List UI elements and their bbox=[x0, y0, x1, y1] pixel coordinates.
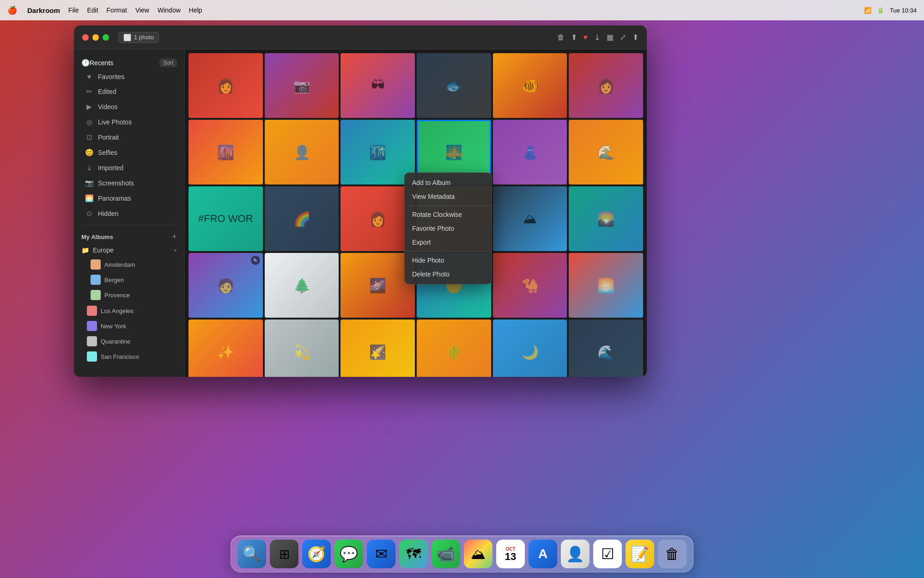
dock-item-reminders[interactable]: ☑ bbox=[593, 540, 622, 568]
sort-button[interactable]: Sort bbox=[159, 59, 177, 67]
photo-inner: 🐪 bbox=[493, 253, 567, 318]
dock-item-maps[interactable]: 🗺 bbox=[399, 540, 428, 568]
context-menu-hide-photo[interactable]: Hide Photo bbox=[405, 253, 492, 267]
photo-cell[interactable]: #FRO WOR bbox=[188, 186, 263, 251]
photo-cell[interactable]: 🌌 bbox=[340, 253, 415, 318]
share-icon[interactable]: ⬆ bbox=[571, 33, 577, 42]
dock-item-calendar[interactable]: OCT 13 bbox=[496, 540, 525, 568]
live-photos-icon: ◎ bbox=[85, 118, 93, 126]
photo-cell[interactable]: 🌙 bbox=[493, 320, 567, 377]
photo-cell[interactable]: 💫 bbox=[265, 320, 339, 377]
menu-view[interactable]: View bbox=[135, 6, 149, 14]
apple-menu[interactable]: 🍎 bbox=[7, 6, 17, 15]
dock-item-facetime[interactable]: 📹 bbox=[432, 540, 460, 568]
sidebar-item-bergen[interactable]: Bergen bbox=[78, 272, 181, 287]
dock-item-messages[interactable]: 💬 bbox=[334, 540, 363, 568]
photo-cell[interactable]: 🌈 bbox=[265, 186, 339, 251]
photo-cell[interactable]: 📷 bbox=[265, 53, 339, 118]
photo-cell[interactable]: 🌅 bbox=[569, 253, 643, 318]
sidebar-item-favorites[interactable]: ♥ Favorites bbox=[78, 69, 181, 84]
dock-item-notes[interactable]: 📝 bbox=[626, 540, 654, 568]
app-name[interactable]: Darkroom bbox=[27, 6, 60, 14]
launchpad-icon: ⊞ bbox=[279, 547, 290, 562]
sidebar-item-imported[interactable]: ⤓ Imported bbox=[78, 160, 181, 175]
photo-cell[interactable]: 🌠 bbox=[340, 320, 415, 377]
favorite-icon[interactable]: ♥ bbox=[584, 33, 588, 42]
sidebar-item-amsterdam[interactable]: Amsterdam bbox=[78, 257, 181, 272]
sidebar-item-los-angeles[interactable]: Los Angeles bbox=[74, 303, 184, 318]
photo-cell[interactable]: 🧑 ✎ bbox=[188, 253, 263, 318]
sidebar-item-panoramas[interactable]: 🌅 Panoramas bbox=[78, 191, 181, 206]
recents-label[interactable]: Recents bbox=[90, 59, 159, 67]
title-bar-actions: 🗑 ⬆ ♥ ⤓ ▦ ⤢ ⬆ bbox=[557, 33, 639, 42]
photo-cell[interactable]: 🐠 bbox=[493, 53, 567, 118]
view-icon[interactable]: ▦ bbox=[607, 33, 614, 42]
imported-label: Imported bbox=[98, 164, 173, 172]
photo-cell[interactable]: 🌊 bbox=[569, 320, 643, 377]
app-window: ⬜ 1 photo 🗑 ⬆ ♥ ⤓ ▦ ⤢ ⬆ 🕐 Recents Sort bbox=[74, 25, 647, 377]
photo-cell[interactable]: 🌃 bbox=[340, 120, 415, 184]
sidebar-item-live-photos[interactable]: ◎ Live Photos bbox=[78, 115, 181, 129]
sidebar-item-provence[interactable]: Provence bbox=[78, 288, 181, 302]
photo-cell[interactable]: ✨ bbox=[188, 320, 263, 377]
sidebar-item-san-francisco[interactable]: San Francisco bbox=[74, 349, 184, 364]
context-menu-favorite-photo[interactable]: Favorite Photo bbox=[405, 221, 492, 235]
dock-item-mail[interactable]: ✉ bbox=[367, 540, 395, 568]
sidebar-item-edited[interactable]: ✏ Edited bbox=[78, 84, 181, 99]
menu-file[interactable]: File bbox=[68, 6, 79, 14]
photo-cell[interactable]: 👩 bbox=[188, 53, 263, 118]
photo-cell[interactable]: 🐪 bbox=[493, 253, 567, 318]
close-button[interactable] bbox=[82, 34, 89, 41]
photo-inner: 👩 bbox=[340, 186, 415, 251]
main-content: 🕐 Recents Sort ♥ Favorites ✏ Edited ▶ Vi… bbox=[74, 49, 647, 377]
photo-cell[interactable]: 👤 bbox=[265, 120, 339, 184]
photo-inner: 🌵 bbox=[417, 320, 491, 377]
dock-item-trash[interactable]: 🗑 bbox=[658, 540, 687, 568]
sidebar-item-screenshots[interactable]: 📷 Screenshots bbox=[78, 176, 181, 191]
sidebar-item-videos[interactable]: ▶ Videos bbox=[78, 99, 181, 114]
photo-cell[interactable]: 🕶 bbox=[340, 53, 415, 118]
menu-help[interactable]: Help bbox=[189, 6, 202, 14]
minimize-button[interactable] bbox=[92, 34, 99, 41]
photo-cell[interactable]: 🌲 bbox=[265, 253, 339, 318]
selfies-label: Selfies bbox=[98, 149, 173, 156]
sidebar-item-hidden[interactable]: ⊙ Hidden bbox=[78, 206, 181, 221]
maximize-button[interactable] bbox=[103, 34, 109, 41]
photo-cell[interactable]: 🌄 bbox=[569, 186, 643, 251]
europe-folder-header[interactable]: 📁 Europe ▾ bbox=[78, 244, 181, 257]
export-icon[interactable]: ⤓ bbox=[594, 33, 600, 42]
sidebar-item-quarantine[interactable]: Quarantine bbox=[74, 334, 184, 349]
favorites-label: Favorites bbox=[98, 73, 173, 80]
sidebar-item-portrait[interactable]: ⊡ Portrait bbox=[78, 130, 181, 145]
context-menu-export[interactable]: Export bbox=[405, 235, 492, 249]
upload-icon[interactable]: ⬆ bbox=[632, 33, 638, 42]
menu-window[interactable]: Window bbox=[158, 6, 181, 14]
sidebar-item-selfies[interactable]: 😊 Selfies bbox=[78, 145, 181, 160]
photo-cell[interactable]: 👩 bbox=[569, 53, 643, 118]
photo-cell[interactable]: 🌊 bbox=[569, 120, 643, 184]
photo-cell[interactable]: 🌵 bbox=[417, 320, 491, 377]
menu-edit[interactable]: Edit bbox=[87, 6, 98, 14]
photo-cell[interactable]: ⛰ bbox=[493, 186, 567, 251]
context-menu-delete-photo[interactable]: Delete Photo bbox=[405, 267, 492, 281]
dock-item-contacts[interactable]: 👤 bbox=[561, 540, 590, 568]
photo-cell[interactable]: 🐟 bbox=[417, 53, 491, 118]
favorites-icon: ♥ bbox=[85, 73, 93, 80]
dock-item-safari[interactable]: 🧭 bbox=[302, 540, 331, 568]
photo-cell[interactable]: 🌆 bbox=[188, 120, 263, 184]
add-album-button[interactable]: + bbox=[172, 233, 177, 241]
dock-item-photos[interactable]: ⛰ bbox=[464, 540, 492, 568]
menu-format[interactable]: Format bbox=[107, 6, 127, 14]
dock-item-launchpad[interactable]: ⊞ bbox=[270, 540, 298, 568]
context-menu-add-to-album[interactable]: Add to Album bbox=[405, 176, 492, 190]
context-menu-view-metadata[interactable]: View Metadata bbox=[405, 190, 492, 203]
dock-item-appstore[interactable]: A bbox=[529, 540, 557, 568]
context-menu-rotate-clockwise[interactable]: Rotate Clockwise bbox=[405, 208, 492, 221]
expand-icon[interactable]: ⤢ bbox=[620, 33, 626, 42]
dock-item-finder[interactable]: 🔍 bbox=[237, 540, 266, 568]
sidebar-item-new-york[interactable]: New York bbox=[74, 319, 184, 333]
photo-cell[interactable]: 👩 bbox=[340, 186, 415, 251]
trash-icon[interactable]: 🗑 bbox=[557, 33, 565, 42]
photo-row-1: 👩 📷 🕶 🐟 bbox=[188, 53, 643, 118]
photo-cell[interactable]: 👗 bbox=[493, 120, 567, 184]
